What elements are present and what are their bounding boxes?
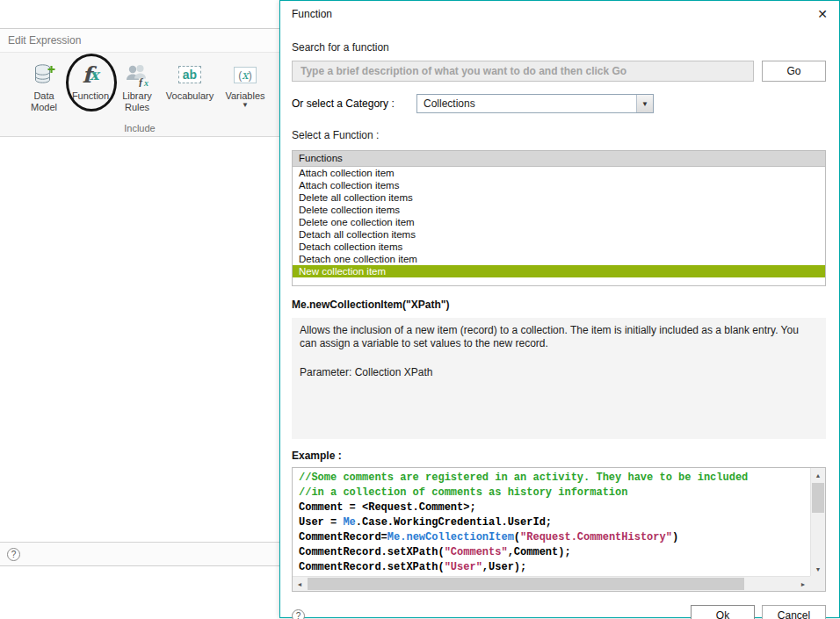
ribbon-group-label-include: Include — [0, 123, 279, 133]
ribbon-label: Vocabulary — [166, 90, 214, 102]
help-icon[interactable]: ? — [292, 609, 305, 619]
ribbon-button-vocabulary[interactable]: ab Vocabulary — [163, 59, 217, 113]
ribbon-label: Library — [122, 90, 152, 102]
library-rules-icon: f x — [124, 59, 150, 90]
vertical-scrollbar[interactable]: ▲ ▼ — [810, 468, 825, 576]
function-list-item[interactable]: Attach collection items — [293, 179, 825, 191]
ribbon-button-variables[interactable]: (x) Variables ▼ — [221, 59, 269, 113]
horizontal-scroll-thumb[interactable] — [308, 578, 744, 590]
ribbon-label: Model — [31, 102, 57, 113]
scroll-right-icon[interactable]: ► — [796, 577, 810, 591]
edit-expression-window: Edit Expression Data Model — [0, 28, 291, 566]
ribbon-label: Function — [72, 90, 109, 102]
edit-expression-footer: ? — [0, 543, 290, 565]
category-label: Or select a Category : — [292, 97, 416, 110]
variables-icon: (x) — [234, 59, 256, 90]
function-list-item[interactable]: Detach all collection items — [293, 228, 825, 241]
function-fx-icon: fx — [83, 59, 99, 90]
scroll-left-icon[interactable]: ◄ — [293, 577, 307, 591]
dropdown-arrow-icon[interactable]: ▼ — [636, 95, 653, 112]
function-dialog: Function ✕ Search for a function Go Or s… — [279, 0, 840, 618]
ribbon-label: Data — [33, 90, 54, 102]
function-list-header: Functions — [293, 151, 825, 167]
function-list-item[interactable]: New collection item — [293, 265, 825, 277]
ribbon-button-function[interactable]: fx Function — [69, 59, 112, 113]
ribbon: Data Model fx Function f — [0, 53, 290, 137]
function-description: Allows the inclusion of a new item (reco… — [300, 324, 818, 350]
chevron-down-icon: ▼ — [242, 102, 249, 109]
dialog-titlebar: Function ✕ — [280, 1, 839, 27]
function-list: Functions Attach collection itemAttach c… — [292, 150, 826, 286]
edit-expression-title: Edit Expression — [0, 29, 290, 53]
scroll-up-icon[interactable]: ▲ — [811, 468, 825, 482]
example-code[interactable]: //Some comments are registered in an act… — [293, 468, 810, 576]
example-code-box: //Some comments are registered in an act… — [292, 467, 826, 592]
function-parameter: Parameter: Collection XPath — [300, 366, 818, 379]
function-list-item[interactable]: Delete all collection items — [293, 191, 825, 204]
function-list-item[interactable]: Delete one collection item — [293, 216, 825, 228]
scroll-down-icon[interactable]: ▼ — [811, 562, 825, 576]
category-selected-value: Collections — [417, 97, 636, 110]
cancel-button[interactable]: Cancel — [762, 605, 826, 619]
select-function-label: Select a Function : — [292, 129, 826, 141]
category-dropdown[interactable]: Collections ▼ — [416, 94, 654, 113]
ribbon-button-library-rules[interactable]: f x Library Rules — [116, 59, 158, 113]
dialog-title: Function — [292, 8, 332, 20]
screen: Edit Expression Data Model — [0, 0, 840, 619]
function-signature: Me.newCollectionItem("XPath") — [292, 299, 826, 311]
expression-editor-area[interactable] — [0, 137, 290, 543]
function-list-item[interactable]: Detach collection items — [293, 241, 825, 253]
search-input[interactable] — [292, 61, 754, 82]
scrollbar-corner — [810, 576, 825, 591]
close-icon[interactable]: ✕ — [817, 8, 828, 20]
function-list-items: Attach collection itemAttach collection … — [293, 167, 825, 277]
svg-text:x: x — [143, 78, 148, 87]
function-list-item[interactable]: Detach one collection item — [293, 253, 825, 265]
ribbon-button-data-model[interactable]: Data Model — [23, 59, 65, 113]
function-description-box: Allows the inclusion of a new item (reco… — [292, 318, 826, 439]
example-label: Example : — [292, 450, 826, 462]
ribbon-label: Rules — [125, 102, 149, 113]
function-list-item[interactable]: Delete collection items — [293, 204, 825, 216]
go-button[interactable]: Go — [762, 61, 826, 82]
database-icon — [33, 59, 55, 90]
ok-button[interactable]: Ok — [691, 605, 755, 619]
search-label: Search for a function — [292, 41, 826, 54]
function-list-item[interactable]: Attach collection item — [293, 167, 825, 179]
horizontal-scrollbar[interactable]: ◄ ► — [293, 576, 810, 591]
vertical-scroll-thumb[interactable] — [812, 483, 824, 513]
help-icon[interactable]: ? — [7, 548, 20, 561]
vocabulary-ab-icon: ab — [178, 59, 201, 90]
dialog-footer: ? Ok Cancel — [292, 605, 826, 619]
